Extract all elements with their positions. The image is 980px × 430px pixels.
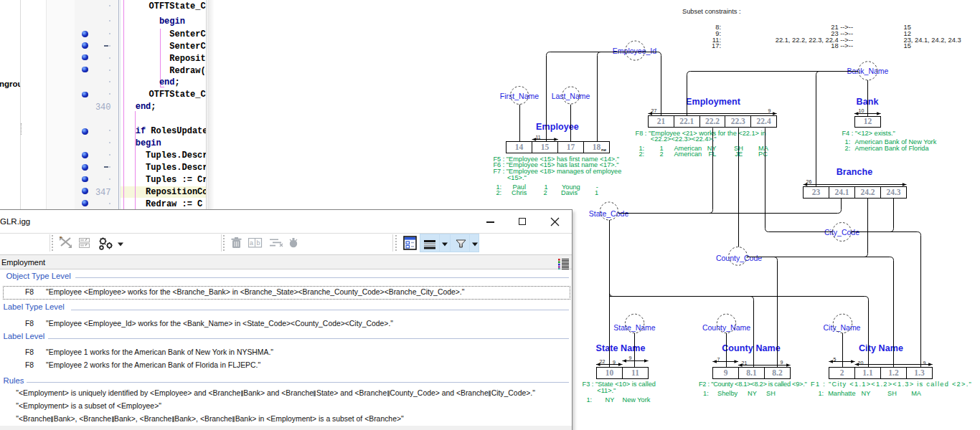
svg-text:a: a: [250, 239, 253, 247]
svg-text:b: b: [257, 239, 260, 247]
